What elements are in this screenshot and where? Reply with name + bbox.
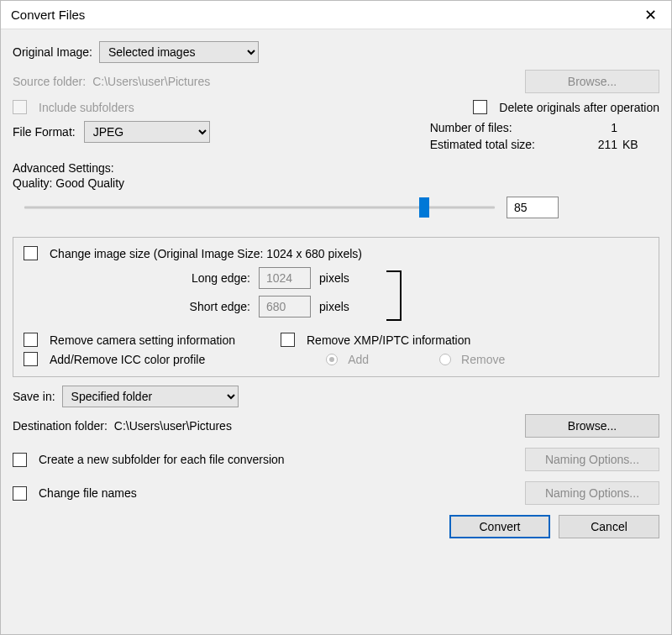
- icc-row: Add/Remove ICC color profile Add Remove: [24, 352, 648, 366]
- naming-options-2-button[interactable]: Naming Options...: [525, 481, 659, 505]
- remove-xmp-row: Remove XMP/IPTC information: [281, 333, 470, 347]
- icc-checkbox[interactable]: [24, 352, 38, 366]
- dialog-body: Original Image: Selected images Source f…: [1, 29, 671, 634]
- file-format-row: File Format: JPEG: [13, 121, 210, 143]
- save-in-label: Save in:: [13, 390, 55, 403]
- change-image-size-label: Change image size (Original Image Size: …: [50, 247, 362, 260]
- file-stats: Number of files: 1 Estimated total size:…: [430, 121, 659, 151]
- short-edge-row: Short edge: pixels: [24, 296, 648, 318]
- num-files-label: Number of files:: [430, 121, 598, 134]
- metadata-remove-row: Remove camera setting information Remove…: [24, 333, 648, 347]
- size-settings-box: Change image size (Original Image Size: …: [13, 237, 659, 377]
- original-image-row: Original Image: Selected images: [13, 41, 659, 63]
- naming-options-1-button[interactable]: Naming Options...: [525, 448, 659, 471]
- save-in-row: Save in: Specified folder: [13, 386, 659, 407]
- destination-path: C:\Users\user\Pictures: [114, 419, 232, 433]
- file-format-select[interactable]: JPEG: [84, 121, 210, 143]
- slider-thumb[interactable]: [419, 197, 429, 218]
- original-image-label: Original Image:: [13, 45, 92, 59]
- window-title: Convert Files: [11, 8, 85, 22]
- est-size-label: Estimated total size:: [430, 138, 598, 151]
- icc-add-row: Add: [326, 353, 369, 366]
- source-folder-label: Source folder:: [13, 75, 86, 88]
- icc-add-radio[interactable]: [326, 354, 338, 365]
- short-edge-input[interactable]: [259, 296, 311, 318]
- close-icon[interactable]: ✕: [638, 6, 663, 24]
- quality-slider[interactable]: [24, 199, 495, 216]
- quality-value-input[interactable]: [507, 197, 559, 218]
- est-size-value: 211: [598, 138, 617, 151]
- create-subfolder-label: Create a new subfolder for each file con…: [39, 453, 285, 466]
- long-edge-input[interactable]: [259, 267, 311, 289]
- short-edge-unit: pixels: [319, 300, 349, 313]
- change-size-row: Change image size (Original Image Size: …: [24, 246, 648, 260]
- source-folder-row: Source folder: C:\Users\user\Pictures Br…: [13, 70, 659, 93]
- subfolder-naming-row: Create a new subfolder for each file con…: [13, 448, 659, 471]
- change-image-size-checkbox[interactable]: [24, 246, 38, 260]
- dialog-footer: Convert Cancel: [13, 512, 659, 538]
- destination-label: Destination folder:: [13, 419, 108, 433]
- icc-remove-label: Remove: [461, 353, 505, 366]
- subfolder-delete-row: Include subfolders Delete originals afte…: [13, 100, 659, 114]
- change-file-names-label: Change file names: [39, 486, 137, 500]
- size-inputs-group: Long edge: pixels Short edge: pixels: [24, 267, 648, 328]
- long-edge-unit: pixels: [319, 271, 349, 285]
- include-subfolders-label: Include subfolders: [39, 101, 134, 114]
- quality-slider-row: [13, 190, 659, 230]
- short-edge-label: Short edge:: [158, 300, 250, 313]
- advanced-settings: Advanced Settings: Quality: Good Quality: [13, 161, 659, 230]
- icc-remove-radio[interactable]: [439, 354, 451, 365]
- icc-label: Add/Remove ICC color profile: [50, 353, 205, 366]
- remove-xmp-label: Remove XMP/IPTC information: [307, 333, 470, 347]
- change-names-row: Change file names Naming Options...: [13, 481, 659, 505]
- long-edge-label: Long edge:: [158, 271, 250, 285]
- browse-source-button[interactable]: Browse...: [525, 70, 659, 93]
- bracket-icon: [386, 270, 402, 321]
- create-subfolder-checkbox[interactable]: [13, 453, 27, 467]
- destination-row: Destination folder: C:\Users\user\Pictur…: [13, 414, 659, 438]
- long-edge-row: Long edge: pixels: [24, 267, 648, 289]
- icc-toggle-row: Add/Remove ICC color profile: [24, 352, 205, 366]
- est-size-unit: KB: [617, 138, 659, 151]
- titlebar: Convert Files ✕: [1, 1, 671, 29]
- original-image-select[interactable]: Selected images: [99, 41, 259, 63]
- icc-remove-row: Remove: [439, 353, 505, 366]
- num-files-value: 1: [598, 121, 617, 134]
- remove-xmp-checkbox[interactable]: [281, 333, 295, 347]
- save-in-select[interactable]: Specified folder: [62, 386, 239, 407]
- advanced-heading: Advanced Settings:: [13, 161, 659, 175]
- change-file-names-checkbox[interactable]: [13, 486, 27, 501]
- convert-files-dialog: Convert Files ✕ Original Image: Selected…: [0, 0, 672, 635]
- format-stats-row: File Format: JPEG Number of files: 1 Est…: [13, 121, 659, 151]
- quality-label: Quality: Good Quality: [13, 176, 659, 190]
- cancel-button[interactable]: Cancel: [559, 515, 659, 538]
- convert-button[interactable]: Convert: [449, 515, 550, 538]
- delete-originals-checkbox[interactable]: [473, 100, 487, 114]
- browse-destination-button[interactable]: Browse...: [525, 414, 659, 438]
- remove-camera-checkbox[interactable]: [24, 333, 38, 347]
- remove-camera-row: Remove camera setting information: [24, 333, 235, 347]
- file-format-label: File Format:: [13, 125, 76, 139]
- source-folder-path: C:\Users\user\Pictures: [92, 75, 210, 88]
- remove-camera-label: Remove camera setting information: [50, 333, 235, 347]
- include-subfolders-checkbox[interactable]: [13, 100, 27, 114]
- icc-add-label: Add: [348, 353, 369, 366]
- delete-originals-label: Delete originals after operation: [499, 101, 659, 114]
